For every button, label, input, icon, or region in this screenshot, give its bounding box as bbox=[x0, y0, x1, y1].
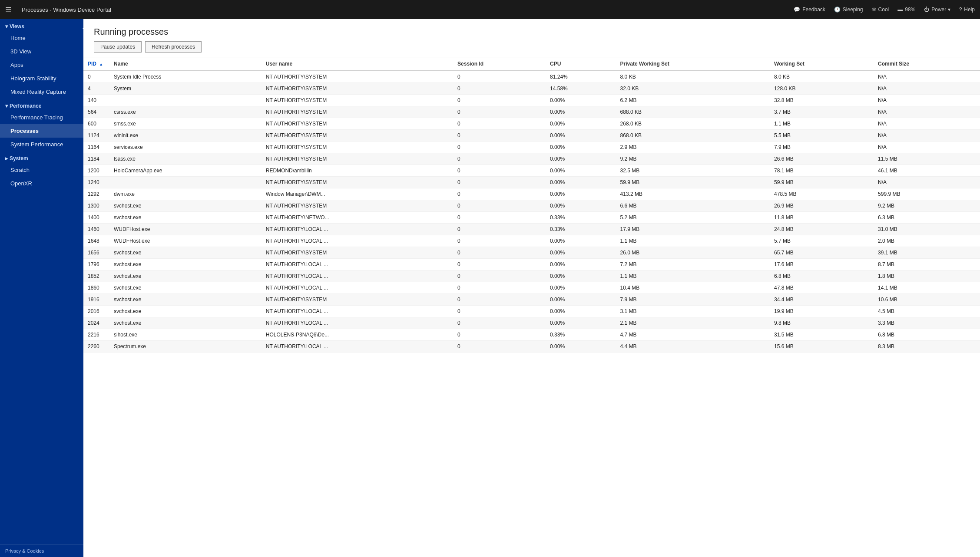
cell-working-set: 5.5 MB bbox=[770, 130, 874, 142]
cell-pid: 564 bbox=[83, 106, 109, 118]
cell-pid: 1300 bbox=[83, 200, 109, 212]
col-session[interactable]: Session Id bbox=[453, 57, 546, 71]
sleeping-button[interactable]: 🕐 Sleeping bbox=[834, 7, 863, 13]
cell-working-set: 5.7 MB bbox=[770, 235, 874, 247]
cell-username: NT AUTHORITY\SYSTEM bbox=[262, 294, 453, 306]
cell-commit: 39.1 MB bbox=[874, 247, 980, 259]
cell-name: Spectrum.exe bbox=[109, 341, 262, 353]
sidebar-section-system[interactable]: ▸ System bbox=[0, 151, 83, 163]
cell-pid: 2024 bbox=[83, 317, 109, 329]
refresh-processes-button[interactable]: Refresh processes bbox=[145, 41, 202, 53]
table-row: 1240NT AUTHORITY\SYSTEM00.00%59.9 MB59.9… bbox=[83, 177, 980, 188]
cell-working-set: 59.9 MB bbox=[770, 177, 874, 188]
feedback-button[interactable]: 💬 Feedback bbox=[794, 7, 825, 13]
cell-username: NT AUTHORITY\LOCAL ... bbox=[262, 306, 453, 317]
sidebar-item-apps[interactable]: Apps bbox=[0, 58, 83, 72]
table-row: 140NT AUTHORITY\SYSTEM00.00%6.2 MB32.8 M… bbox=[83, 95, 980, 106]
cell-session: 0 bbox=[453, 177, 546, 188]
cell-pid: 1400 bbox=[83, 212, 109, 224]
sidebar-item-performance-tracing[interactable]: Performance Tracing bbox=[0, 111, 83, 124]
cell-session: 0 bbox=[453, 224, 546, 235]
battery-indicator[interactable]: ▬ 98% bbox=[897, 7, 915, 13]
col-username[interactable]: User name bbox=[262, 57, 453, 71]
battery-label: 98% bbox=[905, 7, 915, 13]
col-name[interactable]: Name bbox=[109, 57, 262, 71]
sidebar-section-performance[interactable]: ▾ Performance bbox=[0, 99, 83, 111]
cell-session: 0 bbox=[453, 294, 546, 306]
cell-session: 0 bbox=[453, 118, 546, 130]
sidebar-item-hologram-stability[interactable]: Hologram Stability bbox=[0, 72, 83, 85]
cool-button[interactable]: ❄ Cool bbox=[872, 7, 889, 13]
cell-name: svchost.exe bbox=[109, 317, 262, 329]
cell-commit: 10.6 MB bbox=[874, 294, 980, 306]
sidebar-item-3d-view[interactable]: 3D View bbox=[0, 45, 83, 58]
cell-commit: N/A bbox=[874, 130, 980, 142]
help-label: Help bbox=[964, 7, 975, 13]
cell-username: NT AUTHORITY\LOCAL ... bbox=[262, 224, 453, 235]
cell-session: 0 bbox=[453, 235, 546, 247]
sidebar-item-mixed-reality-capture[interactable]: Mixed Reality Capture bbox=[0, 85, 83, 99]
cell-username: NT AUTHORITY\SYSTEM bbox=[262, 106, 453, 118]
cell-username: NT AUTHORITY\LOCAL ... bbox=[262, 341, 453, 353]
power-button[interactable]: ⏻ Power ▾ bbox=[924, 7, 950, 13]
cell-username: NT AUTHORITY\SYSTEM bbox=[262, 118, 453, 130]
col-private-ws[interactable]: Private Working Set bbox=[616, 57, 770, 71]
pause-updates-button[interactable]: Pause updates bbox=[94, 41, 142, 53]
cell-private-ws: 6.2 MB bbox=[616, 95, 770, 106]
cell-session: 0 bbox=[453, 282, 546, 294]
sidebar-item-home[interactable]: Home bbox=[0, 31, 83, 45]
toolbar: Pause updates Refresh processes bbox=[94, 41, 970, 53]
cell-commit: 8.7 MB bbox=[874, 259, 980, 270]
hamburger-icon[interactable]: ☰ bbox=[5, 6, 11, 14]
table-scroll-container[interactable]: PID ▲ Name User name Session Id CPU Priv… bbox=[83, 57, 980, 557]
cell-working-set: 11.8 MB bbox=[770, 212, 874, 224]
cell-username: NT AUTHORITY\SYSTEM bbox=[262, 200, 453, 212]
sidebar-item-system-performance[interactable]: System Performance bbox=[0, 138, 83, 151]
sidebar-item-processes[interactable]: Processes bbox=[0, 124, 83, 138]
cell-pid: 2016 bbox=[83, 306, 109, 317]
sidebar-item-openxr[interactable]: OpenXR bbox=[0, 177, 83, 190]
cell-cpu: 14.58% bbox=[546, 83, 616, 95]
col-commit[interactable]: Commit Size bbox=[874, 57, 980, 71]
help-button[interactable]: ? Help bbox=[959, 7, 975, 13]
col-working-set[interactable]: Working Set bbox=[770, 57, 874, 71]
cool-label: Cool bbox=[878, 7, 889, 13]
cell-session: 0 bbox=[453, 200, 546, 212]
table-row: 1200HoloCameraApp.exeREDMOND\ambillin00.… bbox=[83, 165, 980, 177]
cell-private-ws: 5.2 MB bbox=[616, 212, 770, 224]
table-row: 1300svchost.exeNT AUTHORITY\SYSTEM00.00%… bbox=[83, 200, 980, 212]
cell-pid: 4 bbox=[83, 83, 109, 95]
top-actions: 💬 Feedback 🕐 Sleeping ❄ Cool ▬ 98% ⏻ Pow… bbox=[794, 7, 975, 13]
views-arrow: ▾ bbox=[5, 23, 8, 30]
cell-name: svchost.exe bbox=[109, 212, 262, 224]
feedback-label: Feedback bbox=[802, 7, 825, 13]
cell-username: NT AUTHORITY\SYSTEM bbox=[262, 153, 453, 165]
cell-username: NT AUTHORITY\LOCAL ... bbox=[262, 270, 453, 282]
cell-session: 0 bbox=[453, 95, 546, 106]
sidebar-item-scratch[interactable]: Scratch bbox=[0, 163, 83, 177]
cell-private-ws: 9.2 MB bbox=[616, 153, 770, 165]
cell-commit: 4.5 MB bbox=[874, 306, 980, 317]
privacy-cookies-link[interactable]: Privacy & Cookies bbox=[0, 544, 83, 557]
sidebar-section-views[interactable]: ▾ Views bbox=[0, 19, 83, 31]
cell-pid: 1164 bbox=[83, 142, 109, 153]
cell-name: svchost.exe bbox=[109, 270, 262, 282]
table-row: 1460WUDFHost.exeNT AUTHORITY\LOCAL ...00… bbox=[83, 224, 980, 235]
table-row: 2216sihost.exeHOLOLENS-P3NAQ6\De...00.33… bbox=[83, 329, 980, 341]
cell-private-ws: 268.0 KB bbox=[616, 118, 770, 130]
cell-cpu: 0.33% bbox=[546, 329, 616, 341]
cell-private-ws: 26.0 MB bbox=[616, 247, 770, 259]
col-cpu[interactable]: CPU bbox=[546, 57, 616, 71]
cell-commit: 599.9 MB bbox=[874, 188, 980, 200]
sidebar: ◀ ▾ Views Home 3D View Apps Hologram Sta… bbox=[0, 19, 83, 557]
cell-cpu: 0.00% bbox=[546, 317, 616, 329]
cell-cpu: 0.00% bbox=[546, 142, 616, 153]
cell-cpu: 0.00% bbox=[546, 306, 616, 317]
cell-pid: 1124 bbox=[83, 130, 109, 142]
table-row: 1648WUDFHost.exeNT AUTHORITY\LOCAL ...00… bbox=[83, 235, 980, 247]
col-pid[interactable]: PID ▲ bbox=[83, 57, 109, 71]
cell-cpu: 0.00% bbox=[546, 200, 616, 212]
cell-private-ws: 2.9 MB bbox=[616, 142, 770, 153]
system-arrow: ▸ bbox=[5, 155, 8, 161]
cell-cpu: 0.00% bbox=[546, 106, 616, 118]
